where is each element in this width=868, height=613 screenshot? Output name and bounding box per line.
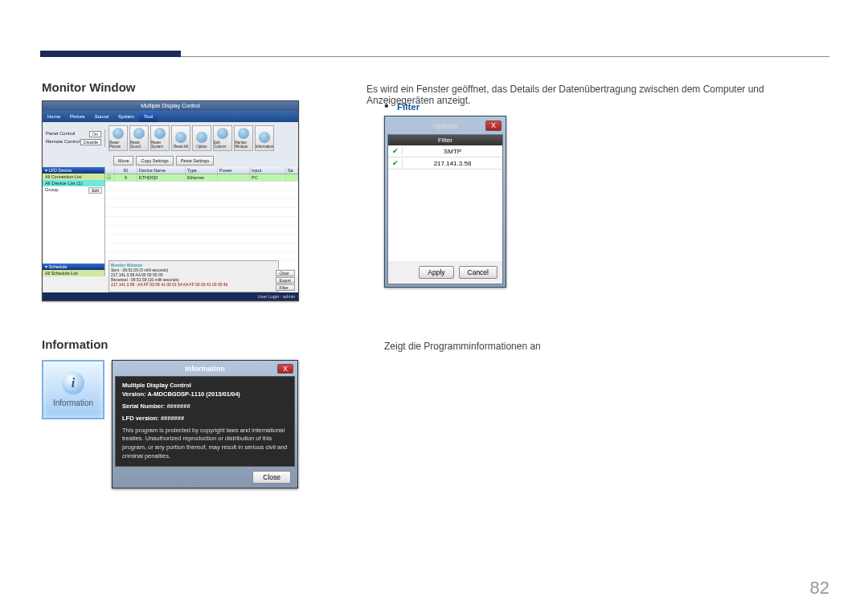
information-tile[interactable]: i Information — [42, 360, 104, 419]
mdc-window-title: Multiple Display Control — [43, 101, 298, 111]
reset-system-button[interactable]: Reset System — [150, 125, 170, 151]
group-label: Group — [45, 187, 59, 194]
filter-row-label: 217.141.3.58 — [403, 160, 502, 167]
row-check[interactable] — [105, 174, 115, 181]
side-spacer — [43, 194, 104, 264]
option-button[interactable]: Option — [192, 125, 211, 151]
th-device-name: Device Name — [137, 167, 186, 174]
row-input: PC — [250, 174, 286, 181]
side-group[interactable]: Group Edit — [43, 186, 104, 194]
section-title-information: Information — [42, 337, 108, 351]
monitor-window-button[interactable]: Monitor Window — [234, 125, 253, 151]
side-lfd-header[interactable]: ▾ LFD Device — [43, 167, 104, 174]
filter-dialog-inner: Filter ✔ SMTP ✔ 217.141.3.58 Apply Cance… — [387, 134, 503, 284]
info-dialog-close-button[interactable]: X — [277, 364, 293, 374]
cancel-button[interactable]: Cancel — [459, 266, 497, 279]
info-dialog-body: Multiple Display Control Version: A-MDCB… — [115, 376, 295, 467]
reset-picture-icon — [113, 128, 124, 139]
mdc-window: Multiple Display Control Home Picture So… — [42, 100, 299, 301]
side-schedule-header[interactable]: ▾ Schedule — [43, 264, 104, 270]
toolbar-buttons: Reset Picture Reset Sound Reset System R… — [105, 125, 298, 151]
table-row[interactable]: 0 ETH[00]0 Ethernet PC — [105, 174, 298, 182]
mdc-footer: User Login : admin — [43, 292, 298, 300]
row-se — [286, 174, 298, 181]
information-icon — [259, 132, 270, 143]
reset-sound-button[interactable]: Reset Sound — [129, 125, 149, 151]
log-line4: 217.141.3.58 : AA FF 00 09 41 00 01 54 A… — [111, 282, 276, 287]
toolbar-controls: Panel ControlOn Remote ControlDisable — [43, 129, 105, 147]
mdc-toolbar: Panel ControlOn Remote ControlDisable Re… — [43, 122, 298, 154]
filter-dialog-titlebar: Options X — [387, 119, 503, 134]
copy-settings-button[interactable]: Copy Settings — [136, 156, 173, 166]
log-export-button[interactable]: Export — [276, 277, 295, 284]
monitor-description: Es wird ein Fenster geöffnet, das Detail… — [366, 84, 833, 106]
check-icon[interactable]: ✔ — [388, 159, 403, 167]
side-all-device[interactable]: All Device List (1) — [43, 180, 104, 186]
info-product-name: Multiple Display Control — [122, 382, 288, 390]
menu-sound[interactable]: Sound — [90, 111, 113, 122]
menu-tool[interactable]: Tool — [139, 111, 158, 122]
information-button[interactable]: Information — [255, 125, 274, 151]
log-buttons: Clear Export Filter — [276, 270, 295, 291]
table-header: ID Device Name Type Power Input Se — [105, 167, 298, 174]
info-icon: i — [62, 372, 84, 394]
menu-picture[interactable]: Picture — [65, 111, 90, 122]
row-type: Ethernet — [186, 174, 218, 181]
side-all-connection[interactable]: All Connection List — [43, 174, 104, 180]
filter-dialog-title: Options — [432, 122, 457, 130]
row-id: 0 — [115, 174, 137, 181]
group-edit-button[interactable]: Edit — [88, 187, 102, 194]
filter-row-smtp[interactable]: ✔ SMTP — [388, 145, 502, 157]
edit-column-button[interactable]: Edit Column — [213, 125, 232, 151]
monitor-window-icon — [238, 128, 249, 139]
log-filter-button[interactable]: Filter — [276, 284, 295, 291]
mdc-log-panel: Monitor Window Sent : 09:51:59 (0 milli … — [108, 260, 279, 292]
info-tile-label: Information — [53, 398, 93, 407]
apply-button[interactable]: Apply — [419, 266, 453, 279]
reset-picture-button[interactable]: Reset Picture — [108, 125, 128, 151]
side-all-schedule[interactable]: All Schedule List — [43, 270, 104, 276]
th-se: Se — [286, 167, 298, 174]
info-dialog-titlebar: Information X — [115, 363, 295, 376]
menu-system[interactable]: System — [113, 111, 139, 122]
filter-row-label: SMTP — [403, 148, 502, 155]
information-description: Zeigt die Programminformationen an — [384, 341, 541, 352]
filter-list: ✔ SMTP ✔ 217.141.3.58 — [388, 145, 502, 261]
move-button[interactable]: Move — [113, 156, 133, 166]
filter-subtitle: Filter — [388, 135, 502, 145]
th-input: Input — [250, 167, 286, 174]
reset-all-icon — [175, 132, 186, 143]
filter-bullet: • Filter — [384, 99, 420, 113]
reset-system-icon — [154, 128, 166, 139]
panel-control-label: Panel Control — [46, 131, 75, 137]
header-accent — [40, 51, 181, 57]
filter-actions: Apply Cancel — [388, 261, 502, 284]
row-device-name: ETH[00]0 — [137, 174, 186, 181]
mdc-sidebar: ▾ LFD Device All Connection List All Dev… — [43, 167, 105, 276]
filter-row-ip[interactable]: ✔ 217.141.3.58 — [388, 157, 502, 170]
log-clear-button[interactable]: Clear — [276, 270, 295, 276]
th-id: ID — [115, 167, 137, 174]
th-power: Power — [218, 167, 250, 174]
paste-settings-button[interactable]: Paste Settings — [176, 156, 214, 166]
mdc-toolbar2: Move Copy Settings Paste Settings — [43, 154, 298, 167]
check-icon[interactable]: ✔ — [388, 147, 403, 155]
panel-control-select[interactable]: On — [89, 131, 101, 137]
info-close-button[interactable]: Close — [252, 471, 291, 484]
row-power — [218, 174, 250, 181]
remote-control-select[interactable]: Disable — [80, 139, 101, 145]
information-dialog: Information X Multiple Display Control V… — [112, 360, 298, 488]
th-type: Type — [186, 167, 218, 174]
remote-control-label: Remote Control — [46, 139, 80, 145]
info-dialog-title: Information — [133, 365, 277, 373]
edit-column-icon — [217, 128, 228, 139]
info-dialog-actions: Close — [115, 467, 295, 488]
menu-home[interactable]: Home — [43, 111, 65, 122]
reset-all-button[interactable]: Reset All — [171, 125, 190, 151]
info-copyright: This program is protected by copyright l… — [122, 427, 288, 462]
info-version: Version: A-MDCBGDSP-1110 (2013/01/04) — [122, 390, 288, 399]
filter-label: Filter — [397, 102, 420, 112]
info-serial: Serial Number: ####### — [122, 403, 288, 411]
th-check[interactable] — [105, 167, 115, 174]
filter-dialog-close-button[interactable]: X — [485, 121, 502, 131]
